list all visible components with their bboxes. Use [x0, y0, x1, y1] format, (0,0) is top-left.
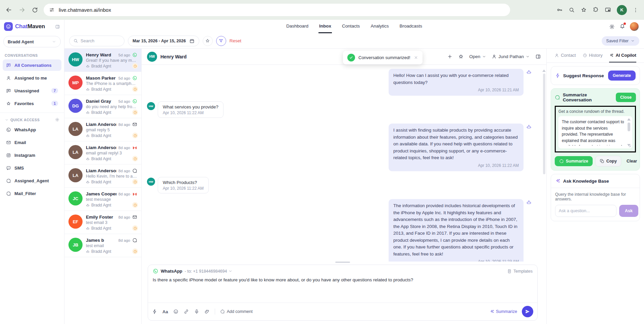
notifications-bell-icon[interactable]: [620, 23, 625, 30]
reload-icon[interactable]: [32, 7, 38, 13]
toast-close-icon[interactable]: [414, 55, 418, 60]
tab-contact[interactable]: Contact: [554, 49, 576, 62]
sidebar-item-favorites[interactable]: Favorites 1: [3, 98, 61, 109]
summary-scrollbar[interactable]: [627, 118, 631, 146]
clear-button[interactable]: Clear: [624, 156, 640, 166]
toggle-right-panel-icon[interactable]: [535, 54, 541, 59]
user-avatar[interactable]: [630, 22, 639, 31]
conversation-row[interactable]: HW Henry Ward 5d ago Great! If you have …: [64, 49, 141, 72]
status-dropdown[interactable]: Open: [469, 54, 486, 59]
conversation-row[interactable]: LA Liam Anderson 8d ago gmail reply 5 Br…: [64, 118, 141, 141]
tab-pip-icon[interactable]: [605, 7, 611, 13]
conversation-row[interactable]: JB James b 8d ago test email Bradd Agnt: [64, 234, 141, 257]
time-ago: 5d ago: [118, 99, 130, 103]
date-range-picker[interactable]: Mar 15, 2026 - Apr 15, 2026: [128, 36, 199, 46]
tab-broadcasts[interactable]: Broadcasts: [399, 20, 423, 33]
templates-button[interactable]: Templates: [507, 269, 533, 274]
add-comment-button[interactable]: Add comment: [220, 309, 253, 314]
tab-history[interactable]: History: [583, 49, 602, 62]
url-bar[interactable]: live.chatmaven.ai/inbox: [44, 4, 510, 16]
sidebar-item-assigned-agent[interactable]: Assigned_Agent: [3, 175, 61, 186]
mic-icon[interactable]: [194, 309, 199, 314]
assignee-dropdown[interactable]: Jund Pathan: [492, 54, 530, 59]
add-icon[interactable]: [447, 54, 453, 59]
tab-dashboard[interactable]: Dashboard: [286, 20, 309, 33]
tab-inbox[interactable]: Inbox: [318, 20, 332, 33]
composer-summarize-button[interactable]: Summarize: [490, 309, 517, 314]
ask-button[interactable]: Ask: [619, 205, 638, 217]
message-input[interactable]: Is there a specific iPhone model or feat…: [153, 277, 533, 302]
sidebar-item-assigned-to-me[interactable]: Assigned to me: [3, 72, 61, 84]
whatsapp-channel-icon: [132, 99, 137, 104]
scroll-up-arrow[interactable]: [542, 70, 546, 72]
settings-gear-icon[interactable]: [609, 24, 615, 30]
quick-access-section-label: QUICK ACCESS: [0, 113, 64, 123]
sidebar-item-mail-filter[interactable]: Mail_Filter: [3, 188, 61, 199]
favorite-star-icon[interactable]: [458, 54, 464, 59]
back-icon[interactable]: [5, 6, 12, 13]
send-plane-icon: [525, 309, 530, 314]
sidebar-item-sms[interactable]: SMS: [3, 162, 61, 174]
agent-selector[interactable]: Bradd Agent: [3, 36, 61, 47]
close-button[interactable]: Close: [616, 93, 636, 102]
time-ago: 8d ago: [118, 238, 130, 242]
favorite-filter-button[interactable]: [203, 36, 213, 46]
whatsapp-icon: [153, 268, 158, 274]
sidebar-item-email[interactable]: Email: [3, 137, 61, 148]
conversation-row[interactable]: MP Mason Parker 5d ago The iPhone is a s…: [64, 72, 141, 95]
link-icon[interactable]: [184, 309, 189, 314]
passwords-key-icon[interactable]: [556, 7, 563, 13]
tab-ai-copilot[interactable]: AI Copilot: [609, 49, 636, 62]
scrollbar-thumb[interactable]: [628, 123, 630, 131]
composer-drag-handle[interactable]: [335, 262, 350, 263]
browser-menu-icon[interactable]: [633, 7, 639, 13]
text-format-icon[interactable]: Aa: [162, 309, 168, 314]
scrollbar-thumb[interactable]: [543, 74, 545, 174]
chevron-down-icon[interactable]: [5, 118, 9, 122]
tab-analytics[interactable]: Analytics: [370, 20, 389, 33]
attachment-icon[interactable]: [204, 309, 210, 314]
browser-profile-avatar[interactable]: K: [617, 5, 627, 15]
sidebar-item-instagram[interactable]: Instagram: [3, 149, 61, 161]
conversation-row[interactable]: EF Emily Foster 8d ago test email 3 Brad…: [64, 211, 141, 234]
zoom-search-icon[interactable]: [568, 7, 575, 13]
conversation-row[interactable]: JC James Cooper 8d ago test message Brad…: [64, 188, 141, 211]
extensions-icon[interactable]: [593, 7, 599, 13]
scroll-up-arrow[interactable]: [627, 118, 631, 121]
filter-funnel-button[interactable]: [216, 36, 226, 46]
conversation-row[interactable]: LA Liam Anderson 8d ago Hello Kevin, I'm…: [64, 165, 141, 188]
composer-channel[interactable]: WhatsApp: [161, 269, 182, 274]
bookmark-star-icon[interactable]: [581, 7, 587, 13]
date-range-value: Mar 15, 2026 - Apr 15, 2026: [133, 39, 186, 43]
conversation-row[interactable]: DG Daniel Gray 5d ago do you need any he…: [64, 95, 141, 118]
site-settings-icon[interactable]: [49, 7, 55, 13]
sidebar-item-all-conversations[interactable]: All Conversations: [3, 59, 61, 71]
saved-filter-dropdown[interactable]: Saved Filter: [602, 36, 639, 46]
copy-button[interactable]: Copy: [595, 156, 621, 167]
tab-contacts[interactable]: Contacts: [341, 20, 360, 33]
forward-icon[interactable]: [18, 6, 26, 13]
resize-handle-icon[interactable]: [628, 144, 632, 148]
summary-textarea[interactable]: The customer contacted support to inquir…: [562, 119, 624, 146]
summary-output[interactable]: The customer contacted support to inquir…: [558, 116, 632, 148]
search-box[interactable]: [69, 36, 125, 46]
send-button[interactable]: [522, 306, 533, 317]
kb-question-input[interactable]: [555, 205, 616, 217]
sidebar-collapse-icon[interactable]: [55, 24, 60, 29]
emoji-icon[interactable]: [173, 309, 179, 314]
pending-clock-icon: [132, 133, 138, 138]
reset-filters-link[interactable]: Reset: [230, 38, 241, 43]
summary-hint: Get a concise rundown of the thread.: [558, 109, 632, 114]
star-icon: [205, 38, 210, 43]
generate-button[interactable]: Generate: [608, 71, 636, 81]
summarize-button[interactable]: Summarize: [555, 156, 593, 166]
chat-scrollbar[interactable]: [543, 70, 545, 174]
quick-reply-bolt-icon[interactable]: [152, 309, 157, 314]
bot-badge-icon: [526, 124, 532, 130]
search-input[interactable]: [81, 38, 120, 43]
quick-access-settings-icon[interactable]: [55, 118, 59, 122]
sidebar-item-unassigned[interactable]: Unassigned 7: [3, 85, 61, 96]
conversation-row[interactable]: LA Liam Anderson 8d ago email gmail repl…: [64, 141, 141, 165]
composer-recipient[interactable]: - to: +1 918446984694: [185, 269, 233, 274]
sidebar-item-whatsapp[interactable]: WhatsApp: [3, 124, 61, 135]
